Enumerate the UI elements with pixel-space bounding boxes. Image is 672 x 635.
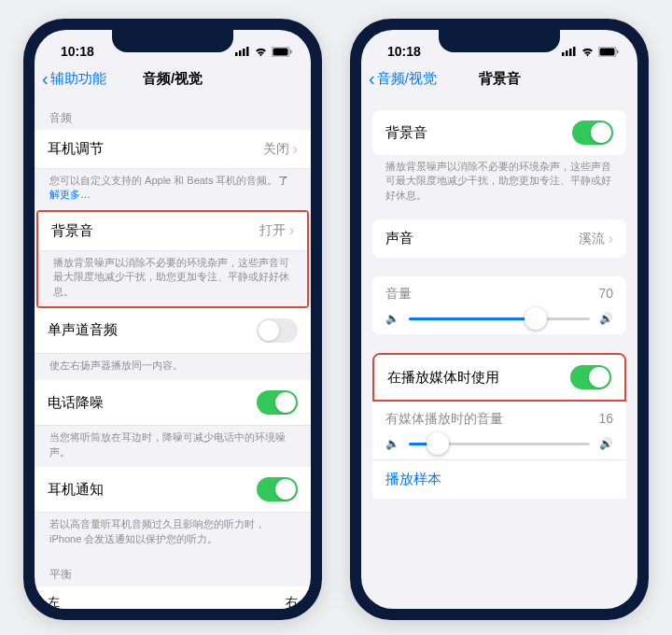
nav-title: 音频/视觉 xyxy=(143,70,203,88)
nav-title: 背景音 xyxy=(479,70,521,88)
cell-label: 背景音 xyxy=(385,124,427,142)
noise-cancel-cell[interactable]: 电话降噪 xyxy=(35,380,311,426)
noise-cancel-switch[interactable] xyxy=(257,390,298,415)
mono-audio-footer: 使左右扬声器播放同一内容。 xyxy=(35,354,311,380)
speaker-high-icon: 🔊 xyxy=(599,312,613,325)
cell-label: 耳机调节 xyxy=(48,140,104,158)
svg-rect-8 xyxy=(566,50,568,56)
status-icons xyxy=(235,47,292,57)
sound-cell[interactable]: 声音 溪流› xyxy=(372,219,626,258)
headphone-adjust-cell[interactable]: 耳机调节 关闭› xyxy=(35,130,311,169)
wifi-icon xyxy=(254,47,268,57)
media-volume-header: 有媒体播放时的音量 16 xyxy=(372,402,626,428)
chevron-right-icon: › xyxy=(293,141,298,158)
svg-rect-3 xyxy=(246,47,249,56)
noise-cancel-footer: 当您将听筒放在耳边时，降噪可减少电话中的环境噪声。 xyxy=(35,426,311,467)
use-when-media-cell[interactable]: 在播放媒体时使用 xyxy=(374,355,624,400)
svg-rect-5 xyxy=(273,48,288,55)
nav-bar: ‹ 音频/视觉 背景音 xyxy=(361,64,637,97)
left-phone-frame: 10:18 ‹ 辅助功能 音频/视觉 音频 耳机调节 关闭› 您可以自定义支持的… xyxy=(23,19,322,620)
volume-label: 音量 xyxy=(385,286,412,303)
signal-icon xyxy=(235,47,250,56)
volume-value: 70 xyxy=(598,286,613,303)
volume-header: 音量 70 xyxy=(372,276,626,303)
volume-slider[interactable]: 🔈 🔊 xyxy=(372,303,626,334)
status-time: 10:18 xyxy=(387,44,421,59)
back-label: 辅助功能 xyxy=(50,70,106,88)
use-when-media-switch[interactable] xyxy=(570,365,611,389)
wifi-icon xyxy=(581,47,595,57)
svg-rect-12 xyxy=(600,48,615,55)
status-icons xyxy=(562,47,619,57)
speaker-low-icon: 🔈 xyxy=(385,312,399,325)
svg-rect-1 xyxy=(239,50,242,56)
headphone-notify-switch[interactable] xyxy=(257,477,298,501)
cell-value: 打开 xyxy=(259,222,286,239)
cell-label: 声音 xyxy=(385,230,413,247)
headphone-notify-cell[interactable]: 耳机通知 xyxy=(35,467,311,513)
headphone-notify-footer: 若以高音量听耳机音频过久且影响您的听力时，iPhone 会发送通知以保护您的听力… xyxy=(35,513,311,554)
chevron-left-icon: ‹ xyxy=(42,69,49,88)
content-area[interactable]: 背景音 播放背景噪声以消除不必要的环境杂声，这些声音可最大限度地减少干扰，助您更… xyxy=(361,97,637,609)
mono-audio-cell[interactable]: 单声道音频 xyxy=(35,308,311,354)
chevron-left-icon: ‹ xyxy=(369,69,375,88)
mono-audio-switch[interactable] xyxy=(257,318,298,343)
content-area[interactable]: 音频 耳机调节 关闭› 您可以自定义支持的 Apple 和 Beats 耳机的音… xyxy=(35,97,311,609)
use-when-media-highlight: 在播放媒体时使用 xyxy=(372,353,626,402)
play-sample-link[interactable]: 播放样本 xyxy=(372,460,626,499)
cell-label: 电话降噪 xyxy=(48,394,104,412)
svg-rect-6 xyxy=(290,49,292,53)
cell-label: 在播放媒体时使用 xyxy=(387,369,499,387)
background-sound-highlight: 背景音 打开› 播放背景噪声以消除不必要的环境杂声，这些声音可最大限度地减少干扰… xyxy=(36,210,309,308)
background-sound-switch[interactable] xyxy=(572,120,613,145)
balance-slider[interactable]: 左 右 xyxy=(35,586,311,609)
background-sound-footer: 播放背景噪声以消除不必要的环境杂声，这些声音可最大限度地减少干扰，助您更加专注、… xyxy=(361,155,637,210)
media-volume-label: 有媒体播放时的音量 xyxy=(385,411,503,428)
svg-rect-13 xyxy=(617,49,619,53)
speaker-low-icon: 🔈 xyxy=(385,437,399,450)
cell-label: 背景音 xyxy=(51,222,93,240)
left-screen: 10:18 ‹ 辅助功能 音频/视觉 音频 耳机调节 关闭› 您可以自定义支持的… xyxy=(35,30,311,609)
balance-left-label: 左 xyxy=(48,594,60,609)
cell-label: 单声道音频 xyxy=(48,321,118,339)
media-volume-slider[interactable]: 🔈 🔊 xyxy=(372,428,626,460)
svg-rect-10 xyxy=(573,47,576,56)
chevron-right-icon: › xyxy=(289,222,294,239)
back-button[interactable]: ‹ 辅助功能 xyxy=(42,69,106,88)
signal-icon xyxy=(562,47,577,56)
back-label: 音频/视觉 xyxy=(377,70,437,88)
svg-rect-2 xyxy=(243,49,245,56)
background-sound-footer: 播放背景噪声以消除不必要的环境杂声，这些声音可最大限度地减少干扰，助您更加专注、… xyxy=(38,251,307,306)
cell-value: 关闭 xyxy=(263,141,289,158)
cell-label: 耳机通知 xyxy=(48,481,104,499)
back-button[interactable]: ‹ 音频/视觉 xyxy=(369,69,437,88)
svg-rect-0 xyxy=(235,52,238,56)
notch xyxy=(439,30,560,52)
right-phone-frame: 10:18 ‹ 音频/视觉 背景音 背景音 播放背景噪声以消除不必要的环境杂声，… xyxy=(350,19,649,620)
chevron-right-icon: › xyxy=(609,231,613,247)
background-sound-toggle-cell[interactable]: 背景音 xyxy=(372,110,626,155)
status-time: 10:18 xyxy=(61,44,94,59)
svg-rect-7 xyxy=(562,52,565,56)
battery-icon xyxy=(272,47,292,57)
media-volume-value: 16 xyxy=(598,411,613,428)
cell-value: 溪流 xyxy=(579,231,605,247)
right-screen: 10:18 ‹ 音频/视觉 背景音 背景音 播放背景噪声以消除不必要的环境杂声，… xyxy=(361,30,637,609)
section-header-balance: 平衡 xyxy=(35,554,311,586)
speaker-high-icon: 🔊 xyxy=(599,437,613,450)
headphone-footer: 您可以自定义支持的 Apple 和 Beats 耳机的音频。了解更多… xyxy=(35,169,311,210)
svg-rect-9 xyxy=(569,49,572,56)
nav-bar: ‹ 辅助功能 音频/视觉 xyxy=(35,64,311,97)
balance-right-label: 右 xyxy=(286,594,298,609)
notch xyxy=(112,30,233,52)
section-header-audio: 音频 xyxy=(35,97,311,130)
battery-icon xyxy=(598,47,619,57)
background-sound-cell[interactable]: 背景音 打开› xyxy=(38,212,307,251)
